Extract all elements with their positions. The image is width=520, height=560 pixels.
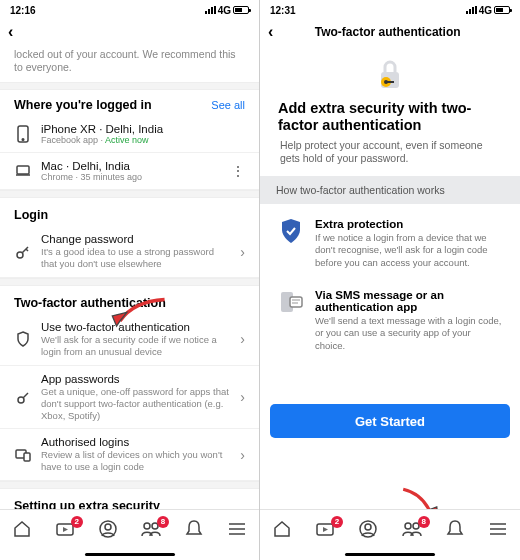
annotation-arrow [400, 486, 448, 509]
svg-point-23 [405, 523, 411, 529]
home-indicator [85, 553, 175, 556]
heading: Add extra security with two-factor authe… [260, 98, 520, 139]
get-started-button[interactable]: Get Started [270, 404, 510, 438]
tab-watch[interactable]: 2 [53, 520, 77, 542]
status-bar: 12:31 4G [260, 0, 520, 18]
tab-home[interactable] [10, 519, 34, 543]
devices-icon [14, 448, 32, 462]
svg-point-1 [22, 139, 24, 141]
app-passwords-row[interactable]: App passwordsGet a unique, one-off passw… [0, 366, 259, 430]
feature-extra-protection: Extra protectionIf we notice a login fro… [260, 208, 520, 279]
left-screenshot: 12:16 4G ‹ locked out of your account. W… [0, 0, 260, 560]
svg-rect-16 [387, 81, 394, 83]
status-bar: 12:16 4G [0, 0, 259, 18]
truncated-note: locked out of your account. We recommend… [0, 46, 259, 82]
section-2fa-title: Two-factor authentication [0, 286, 259, 314]
nav-bar: ‹ Two-factor authentication [260, 18, 520, 46]
signal-icon [205, 6, 216, 14]
svg-rect-2 [17, 166, 29, 174]
battery-icon [494, 6, 510, 14]
key-badge-icon [14, 390, 32, 405]
authorised-logins-row[interactable]: Authorised loginsReview a list of device… [0, 429, 259, 481]
nav-bar: ‹ [0, 18, 259, 46]
status-time: 12:16 [10, 5, 36, 16]
session-row[interactable]: Mac · Delhi, India Chrome · 35 minutes a… [0, 153, 259, 190]
back-button[interactable]: ‹ [8, 23, 13, 41]
svg-rect-18 [290, 297, 302, 307]
svg-rect-6 [24, 453, 30, 461]
tab-menu[interactable] [486, 521, 510, 541]
svg-point-9 [105, 524, 111, 530]
status-time: 12:31 [270, 5, 296, 16]
session-row[interactable]: iPhone XR · Delhi, India Facebook app · … [0, 116, 259, 153]
session-device: Mac · Delhi, India [41, 160, 222, 172]
home-indicator [345, 553, 435, 556]
how-it-works-bar: How two-factor authentication works [260, 176, 520, 204]
svg-point-10 [144, 523, 150, 529]
chevron-right-icon: › [240, 389, 245, 405]
tab-menu[interactable] [225, 521, 249, 541]
lead-text: Help protect your account, even if someo… [260, 139, 520, 176]
tab-notifications[interactable] [443, 519, 467, 543]
shield-icon [14, 331, 32, 347]
svg-point-22 [365, 524, 371, 530]
lock-hero-icon [375, 58, 405, 92]
tab-notifications[interactable] [182, 519, 206, 543]
tab-watch[interactable]: 2 [313, 520, 337, 542]
shield-badge-icon [278, 218, 304, 269]
svg-point-3 [17, 252, 23, 258]
svg-marker-19 [422, 507, 438, 509]
key-icon [14, 244, 32, 260]
see-all-link[interactable]: See all [211, 99, 245, 111]
section-login-title: Login [0, 198, 259, 226]
laptop-icon [14, 164, 32, 178]
right-screenshot: 12:31 4G ‹ Two-factor authentication Add… [260, 0, 520, 560]
sms-device-icon [278, 289, 304, 352]
section-where-title: Where you're logged in [14, 98, 152, 112]
network-label: 4G [479, 5, 492, 16]
phone-icon [14, 125, 32, 143]
chevron-right-icon: › [240, 447, 245, 463]
use-2fa-row[interactable]: Use two-factor authenticationWe'll ask f… [0, 314, 259, 366]
tab-home[interactable] [270, 519, 294, 543]
tab-bar: 2 8 [0, 509, 259, 551]
chevron-right-icon: › [240, 244, 245, 260]
signal-icon [466, 6, 477, 14]
change-password-row[interactable]: Change passwordIt's a good idea to use a… [0, 226, 259, 278]
network-label: 4G [218, 5, 231, 16]
tab-groups[interactable]: 8 [400, 520, 424, 542]
session-device: iPhone XR · Delhi, India [41, 123, 245, 135]
chevron-right-icon: › [240, 331, 245, 347]
tab-bar: 2 8 [260, 509, 520, 551]
more-icon[interactable]: ⋮ [231, 163, 245, 179]
tab-groups[interactable]: 8 [139, 520, 163, 542]
battery-icon [233, 6, 249, 14]
feature-sms-app: Via SMS message or an authentication app… [260, 279, 520, 362]
tab-profile[interactable] [96, 519, 120, 543]
tab-profile[interactable] [356, 519, 380, 543]
page-title: Two-factor authentication [273, 25, 502, 39]
section-extra-title: Setting up extra security [0, 489, 259, 509]
